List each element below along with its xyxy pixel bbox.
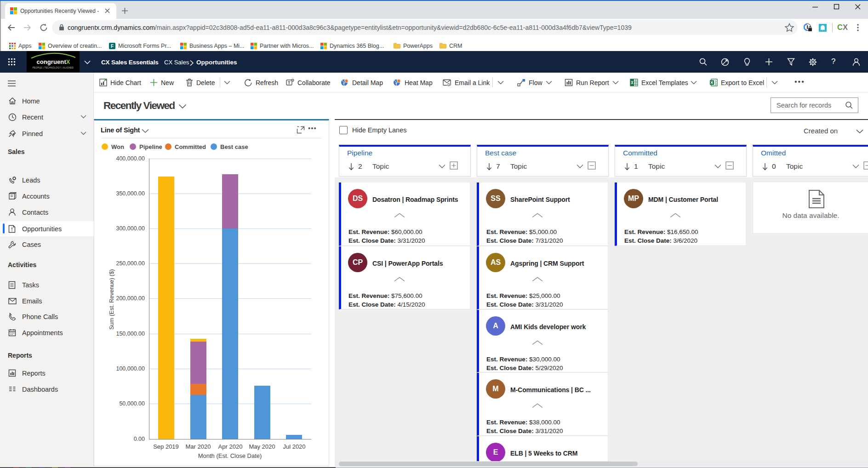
svg-text:F: F [111, 44, 114, 49]
svg-text:T: T [288, 80, 291, 85]
